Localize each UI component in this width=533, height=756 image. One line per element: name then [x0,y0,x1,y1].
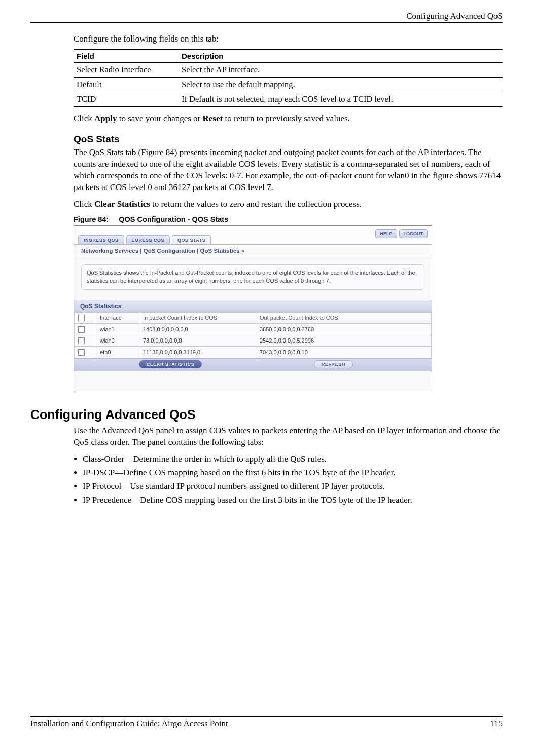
text: to return to previously saved values. [223,114,350,123]
cell-field: Default [74,78,179,92]
text: to save your changes or [117,114,203,123]
qos-stats-paragraph: The QoS Stats tab (Figure 84) presents i… [74,147,503,194]
figure-title: QOS Configuration - QOS Stats [119,215,228,223]
clear-stats-paragraph: Click Clear Statistics to return the val… [74,199,503,210]
page-footer: Installation and Configuration Guide: Ai… [30,716,503,729]
list-item: IP-DSCP—Define COS mapping based on the … [83,467,503,479]
th-in-packet: In packet Count Index to COS [139,312,256,324]
cell-inpkt: 73,0,0,0,0,0,0,0 [139,335,256,347]
footer-left: Installation and Configuration Guide: Ai… [30,719,228,729]
qos-stats-screenshot: INGRESS QOS EGRESS COS QOS STATS HELP LO… [74,225,432,392]
clear-stats-bold: Clear Statistics [94,199,150,209]
checkbox-row[interactable] [78,349,85,356]
top-right-buttons: HELP LOGOUT [375,229,428,238]
cell-field: Select Radio Interface [74,63,179,78]
th-interface: Interface [96,312,139,324]
clear-statistics-button[interactable]: CLEAR STATISTICS [139,360,202,368]
cell-outpkt: 3650,0,0,0,0,0,0,2760 [256,324,432,335]
cell-desc: Select to use the default mapping. [179,78,503,92]
list-item: IP Protocol—Use standard IP protocol num… [83,481,503,493]
list-item: Class-Order—Determine the order in which… [83,453,503,465]
footer-rule [30,716,503,717]
configuring-advanced-qos-heading: Configuring Advanced QoS [30,407,503,422]
text: Click [74,114,94,123]
list-item: IP Precedence—Define COS mapping based o… [83,495,503,506]
text: Click [74,199,94,209]
figure-number: Figure 84: [74,215,109,223]
cell-desc: If Default is not selected, map each COS… [179,92,503,107]
table-row: wlan1 1408,0,0,0,0,0,0,0 3650,0,0,0,0,0,… [75,324,432,335]
advanced-qos-bullet-list: Class-Order—Determine the order in which… [83,453,503,506]
cell-field: TCID [74,92,179,107]
apply-reset-paragraph: Click Apply to save your changes or Rese… [74,113,503,125]
th-out-packet: Out packet Count Index to COS [256,312,432,324]
th-checkbox [75,312,96,324]
table-row: TCID If Default is not selected, map eac… [74,92,503,107]
reset-bold: Reset [203,114,223,123]
tab-egress-cos[interactable]: EGRESS COS [126,235,170,244]
tab-ingress-qos[interactable]: INGRESS QOS [78,235,124,244]
page-number: 115 [490,719,503,729]
cell-interface: eth0 [96,347,139,358]
cell-inpkt: 1408,0,0,0,0,0,0,0 [139,324,256,335]
breadcrumb: Networking Services | QoS Configuration … [74,245,432,259]
advanced-qos-paragraph: Use the Advanced QoS panel to assign COS… [74,425,503,448]
running-header: Configuring Advanced QoS [30,11,503,21]
checkbox-row[interactable] [78,337,85,344]
cell-outpkt: 7043,0,0,0,0,0,0,10 [256,347,432,358]
qos-stats-heading: QoS Stats [74,134,503,145]
th-description: Description [179,50,503,63]
table-row: Default Select to use the default mappin… [74,78,503,92]
header-rule [30,22,503,23]
checkbox-row[interactable] [78,326,85,333]
logout-button[interactable]: LOGOUT [399,229,428,238]
text: to return the values to zero and restart… [150,199,362,209]
field-description-table: Field Description Select Radio Interface… [74,49,503,107]
intro-paragraph: Configure the following fields on this t… [74,34,503,44]
th-field: Field [74,50,179,63]
cell-inpkt: 11136,0,0,0,0,0,3119,0 [139,347,256,358]
panel-header: QoS Statistics [74,300,432,312]
apply-bold: Apply [94,114,117,123]
cell-desc: Select the AP interface. [179,63,503,78]
tab-qos-stats[interactable]: QOS STATS [172,235,211,244]
qos-stats-table: Interface In packet Count Index to COS O… [74,312,432,358]
cell-checkbox [75,324,96,335]
table-header-row: Interface In packet Count Index to COS O… [75,312,432,324]
help-button[interactable]: HELP [375,229,397,238]
screenshot-padding [74,371,432,392]
table-row: wlan0 73,0,0,0,0,0,0,0 2542,0,0,0,0,0,5,… [75,335,432,347]
cell-checkbox [75,347,96,358]
cell-interface: wlan1 [96,324,139,335]
button-bar: CLEAR STATISTICS REFRESH [74,358,432,371]
cell-interface: wlan0 [96,335,139,347]
table-row: eth0 11136,0,0,0,0,0,3119,0 7043,0,0,0,0… [75,347,432,358]
figure-caption: Figure 84:QOS Configuration - QOS Stats [74,215,503,223]
table-row: Select Radio Interface Select the AP int… [74,63,503,78]
description-box: QoS Statistics shows the In-Packet and O… [81,264,424,290]
checkbox-all[interactable] [78,315,85,321]
refresh-button[interactable]: REFRESH [314,360,353,368]
cell-outpkt: 2542,0,0,0,0,0,5,2996 [256,335,432,347]
cell-checkbox [75,335,96,347]
